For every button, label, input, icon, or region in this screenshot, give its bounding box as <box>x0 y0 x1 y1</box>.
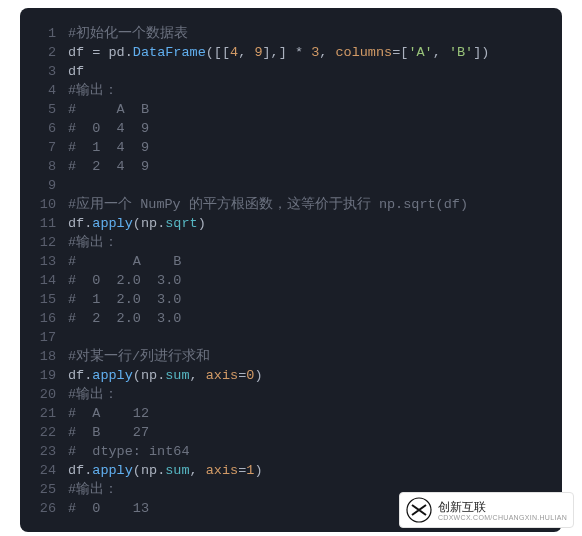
code-content: # dtype: int64 <box>68 442 190 461</box>
code-content: #初始化一个数据表 <box>68 24 188 43</box>
code-line: 5# A B <box>34 100 548 119</box>
code-content: # A 12 <box>68 404 149 423</box>
code-content: #对某一行/列进行求和 <box>68 347 210 366</box>
code-content: # 0 2.0 3.0 <box>68 271 181 290</box>
line-number: 16 <box>34 309 56 328</box>
line-number: 9 <box>34 176 56 195</box>
line-number: 11 <box>34 214 56 233</box>
watermark-text: 创新互联 CDXWCX.COM/CHUANGXIN.HULIAN <box>438 500 567 521</box>
code-content: df <box>68 62 84 81</box>
line-number: 25 <box>34 480 56 499</box>
watermark-sub: CDXWCX.COM/CHUANGXIN.HULIAN <box>438 514 567 521</box>
code-line: 24df.apply(np.sum, axis=1) <box>34 461 548 480</box>
code-content: # 2 4 9 <box>68 157 149 176</box>
code-line: 15# 1 2.0 3.0 <box>34 290 548 309</box>
line-number: 1 <box>34 24 56 43</box>
code-content: # A B <box>68 252 181 271</box>
code-line: 13# A B <box>34 252 548 271</box>
code-line: 9 <box>34 176 548 195</box>
code-line: 3df <box>34 62 548 81</box>
code-content: # 0 13 <box>68 499 149 518</box>
line-number: 7 <box>34 138 56 157</box>
code-content: # 1 2.0 3.0 <box>68 290 181 309</box>
line-number: 3 <box>34 62 56 81</box>
line-number: 24 <box>34 461 56 480</box>
code-content: # 1 4 9 <box>68 138 149 157</box>
line-number: 22 <box>34 423 56 442</box>
line-number: 26 <box>34 499 56 518</box>
code-line: 16# 2 2.0 3.0 <box>34 309 548 328</box>
line-number: 15 <box>34 290 56 309</box>
line-number: 20 <box>34 385 56 404</box>
code-block: 1#初始化一个数据表2df = pd.DataFrame([[4, 9],] *… <box>20 8 562 532</box>
code-line: 20#输出： <box>34 385 548 404</box>
code-line: 22# B 27 <box>34 423 548 442</box>
code-content: #输出： <box>68 480 118 499</box>
code-content: df = pd.DataFrame([[4, 9],] * 3, columns… <box>68 43 489 62</box>
line-number: 14 <box>34 271 56 290</box>
watermark-brand: 创新互联 <box>438 500 567 514</box>
code-content: df.apply(np.sqrt) <box>68 214 206 233</box>
code-content: #输出： <box>68 81 118 100</box>
code-line: 2df = pd.DataFrame([[4, 9],] * 3, column… <box>34 43 548 62</box>
code-line: 18#对某一行/列进行求和 <box>34 347 548 366</box>
code-content: #输出： <box>68 385 118 404</box>
code-line: 4#输出： <box>34 81 548 100</box>
line-number: 13 <box>34 252 56 271</box>
line-number: 6 <box>34 119 56 138</box>
code-line: 6# 0 4 9 <box>34 119 548 138</box>
line-number: 19 <box>34 366 56 385</box>
code-line: 1#初始化一个数据表 <box>34 24 548 43</box>
watermark-badge: 创新互联 CDXWCX.COM/CHUANGXIN.HULIAN <box>399 492 574 528</box>
code-content: # A B <box>68 100 149 119</box>
code-content: # B 27 <box>68 423 149 442</box>
code-line: 12#输出： <box>34 233 548 252</box>
code-content: df.apply(np.sum, axis=0) <box>68 366 263 385</box>
code-line: 21# A 12 <box>34 404 548 423</box>
line-number: 12 <box>34 233 56 252</box>
code-content: #输出： <box>68 233 118 252</box>
code-content: # 2 2.0 3.0 <box>68 309 181 328</box>
code-line: 10#应用一个 NumPy 的平方根函数，这等价于执行 np.sqrt(df) <box>34 195 548 214</box>
code-content: # 0 4 9 <box>68 119 149 138</box>
code-line: 19df.apply(np.sum, axis=0) <box>34 366 548 385</box>
code-content: #应用一个 NumPy 的平方根函数，这等价于执行 np.sqrt(df) <box>68 195 468 214</box>
line-number: 17 <box>34 328 56 347</box>
line-number: 23 <box>34 442 56 461</box>
code-line: 23# dtype: int64 <box>34 442 548 461</box>
code-line: 8# 2 4 9 <box>34 157 548 176</box>
line-number: 18 <box>34 347 56 366</box>
line-number: 10 <box>34 195 56 214</box>
line-number: 8 <box>34 157 56 176</box>
line-number: 4 <box>34 81 56 100</box>
watermark-logo-icon <box>406 497 432 523</box>
code-line: 7# 1 4 9 <box>34 138 548 157</box>
code-line: 11df.apply(np.sqrt) <box>34 214 548 233</box>
code-line: 17 <box>34 328 548 347</box>
line-number: 5 <box>34 100 56 119</box>
line-number: 2 <box>34 43 56 62</box>
line-number: 21 <box>34 404 56 423</box>
code-content: df.apply(np.sum, axis=1) <box>68 461 263 480</box>
code-line: 14# 0 2.0 3.0 <box>34 271 548 290</box>
